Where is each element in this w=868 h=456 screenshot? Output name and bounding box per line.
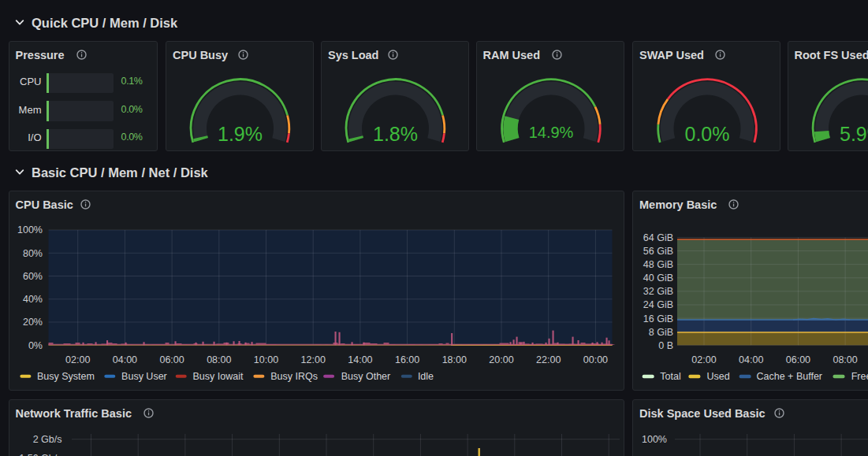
svg-text:64 GiB: 64 GiB (643, 232, 673, 243)
svg-text:0%: 0% (28, 340, 42, 351)
svg-text:00:00: 00:00 (583, 354, 607, 365)
svg-text:56 GiB: 56 GiB (643, 246, 673, 257)
svg-text:Total: Total (660, 371, 680, 382)
svg-text:5.9%: 5.9% (840, 123, 868, 145)
svg-text:60%: 60% (22, 271, 42, 282)
svg-text:Used: Used (707, 371, 730, 382)
svg-text:08:00: 08:00 (207, 354, 231, 365)
svg-text:22:00: 22:00 (536, 354, 561, 365)
svg-text:02:00: 02:00 (65, 354, 90, 365)
svg-text:100%: 100% (17, 224, 43, 235)
svg-text:12:00: 12:00 (300, 354, 325, 365)
svg-text:Busy System: Busy System (36, 371, 94, 382)
svg-text:1.9%: 1.9% (218, 123, 263, 145)
svg-text:18:00: 18:00 (441, 354, 466, 365)
svg-text:20%: 20% (22, 317, 42, 328)
svg-text:04:00: 04:00 (739, 354, 763, 365)
svg-text:80%: 80% (22, 248, 42, 259)
svg-text:100%: 100% (642, 434, 667, 445)
svg-text:Busy Iowait: Busy Iowait (192, 371, 243, 382)
svg-text:Busy IRQs: Busy IRQs (270, 371, 318, 382)
svg-text:8 GiB: 8 GiB (649, 327, 673, 338)
svg-text:24 GiB: 24 GiB (643, 299, 673, 310)
svg-text:0.0%: 0.0% (685, 123, 730, 145)
svg-text:32 GiB: 32 GiB (643, 286, 673, 297)
svg-text:16 GiB: 16 GiB (643, 313, 673, 324)
svg-text:Idle: Idle (417, 371, 433, 382)
svg-text:16:00: 16:00 (394, 354, 419, 365)
svg-text:08:00: 08:00 (833, 354, 857, 365)
svg-text:Busy User: Busy User (121, 371, 167, 382)
svg-text:14:00: 14:00 (348, 354, 372, 365)
svg-text:2 Gb/s: 2 Gb/s (32, 434, 61, 445)
svg-text:40 GiB: 40 GiB (643, 272, 673, 284)
svg-text:14.9%: 14.9% (528, 124, 573, 141)
svg-text:Free: Free (851, 371, 868, 382)
svg-text:Busy Other: Busy Other (341, 371, 390, 382)
svg-text:Cache + Buffer: Cache + Buffer (757, 371, 823, 382)
svg-text:02:00: 02:00 (691, 354, 716, 365)
svg-text:06:00: 06:00 (786, 354, 810, 365)
svg-text:1.8%: 1.8% (373, 123, 418, 145)
svg-text:1.50 Gb/s: 1.50 Gb/s (19, 453, 61, 456)
svg-text:04:00: 04:00 (112, 354, 136, 365)
svg-text:0 B: 0 B (658, 340, 673, 351)
svg-text:48 GiB: 48 GiB (643, 259, 673, 270)
svg-text:20:00: 20:00 (489, 354, 513, 365)
svg-text:06:00: 06:00 (159, 354, 184, 365)
svg-text:40%: 40% (22, 294, 42, 305)
svg-text:10:00: 10:00 (253, 354, 278, 365)
